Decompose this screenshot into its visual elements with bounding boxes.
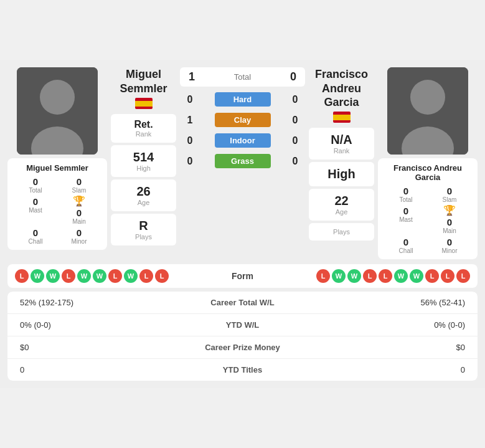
form-pill-w: W <box>332 269 346 283</box>
right-player-name-large: FranciscoAndreu Garcia <box>309 67 374 110</box>
stats-row-1: 0% (0-0)YTD W/L0% (0-0) <box>7 314 478 336</box>
right-form-pills: LWWLLWWLLL <box>286 269 471 283</box>
left-form-pills: LWWLWWLWLL <box>15 269 199 283</box>
right-player-photo <box>387 67 468 155</box>
form-pill-l: L <box>108 269 122 283</box>
form-pill-l: L <box>62 269 75 283</box>
left-age-label: Age <box>117 199 170 206</box>
right-minor-cell: 0 Minor <box>428 237 471 254</box>
stats-center-1: YTD W/L <box>181 320 305 330</box>
right-age-box: 22 Age <box>309 189 374 221</box>
indoor-left-score: 0 <box>184 135 196 146</box>
right-main-lbl: Main <box>428 227 471 234</box>
clay-left-score: 1 <box>184 115 196 126</box>
left-total-cell: 0 Total <box>14 176 57 194</box>
left-slam-lbl: Slam <box>57 187 101 194</box>
left-plays-label: Plays <box>117 233 170 241</box>
left-chall-val: 0 <box>14 227 57 238</box>
form-pill-l: L <box>425 269 439 283</box>
left-player-name-large: MiguelSemmler <box>111 67 176 95</box>
surface-indoor-row: 0 Indoor 0 <box>180 130 305 151</box>
right-minor-val: 0 <box>428 237 471 247</box>
form-pill-w: W <box>46 269 60 283</box>
clay-right-score: 0 <box>289 115 301 126</box>
left-high-box: 514 High <box>111 145 176 177</box>
svg-point-1 <box>40 80 75 115</box>
hard-left-score: 0 <box>184 94 196 105</box>
right-plays-label: Plays <box>315 228 368 236</box>
form-pill-w: W <box>31 269 44 283</box>
stats-left-2: $0 <box>20 343 181 352</box>
right-high-val: High <box>315 167 368 181</box>
svg-point-4 <box>410 80 445 115</box>
stats-left-3: 0 <box>20 365 181 374</box>
left-slam-val: 0 <box>57 176 101 187</box>
total-header: 1 Total 0 <box>180 67 305 87</box>
clay-button[interactable]: Clay <box>215 113 271 127</box>
left-plays-val: R <box>117 219 170 233</box>
form-pill-w: W <box>394 269 408 283</box>
stats-row-0: 52% (192-175)Career Total W/L56% (52-41) <box>7 292 478 314</box>
right-high-box: High <box>309 162 374 186</box>
surface-hard-row: 0 Hard 0 <box>180 89 305 110</box>
right-chall-val: 0 <box>384 237 428 247</box>
left-mast-cell: 0 Mast <box>14 196 57 225</box>
grass-button[interactable]: Grass <box>215 154 271 168</box>
right-total-val: 0 <box>384 186 428 196</box>
left-slam-cell: 0 Slam <box>57 176 101 194</box>
right-age-val: 22 <box>315 194 368 208</box>
left-rank-box: Ret. Rank <box>111 114 176 143</box>
surface-clay-row: 1 Clay 0 <box>180 110 305 130</box>
form-pill-w: W <box>410 269 423 283</box>
form-pill-l: L <box>15 269 29 283</box>
left-player-col: Miguel Semmler 0 Total 0 Slam 0 Mast <box>7 67 107 259</box>
stats-right-1: 0% (0-0) <box>305 320 466 330</box>
stats-center-2: Career Prize Money <box>181 343 305 352</box>
left-age-box: 26 Age <box>111 179 176 211</box>
stats-right-0: 56% (52-41) <box>305 298 466 307</box>
right-rank-box: N/A Rank <box>309 128 374 160</box>
stats-right-2: $0 <box>305 343 466 352</box>
right-player-name: Francisco Andreu Garcia <box>384 163 471 182</box>
left-total-lbl: Total <box>14 187 57 194</box>
left-total-val: 0 <box>14 176 57 187</box>
right-age-label: Age <box>315 208 368 216</box>
form-pill-l: L <box>155 269 169 283</box>
left-trophy-icon: 🏆 <box>73 195 85 207</box>
right-player-stats-card: Francisco Andreu Garcia 0 Total 0 Slam 0… <box>378 158 478 259</box>
right-plays-box: Plays <box>309 223 374 241</box>
stats-row-2: $0Career Prize Money$0 <box>7 336 478 359</box>
stats-center-0: Career Total W/L <box>181 298 305 307</box>
grass-left-score: 0 <box>184 156 196 167</box>
stats-center-3: YTD Titles <box>181 365 305 374</box>
left-rank-label: Rank <box>117 130 170 138</box>
left-main-val: 0 <box>57 207 101 218</box>
left-player-header: MiguelSemmler <box>111 67 176 109</box>
left-high-val: 514 <box>117 150 170 164</box>
stats-left-0: 52% (192-175) <box>20 298 181 307</box>
indoor-button[interactable]: Indoor <box>215 133 271 148</box>
right-total-cell: 0 Total <box>384 186 428 203</box>
left-age-val: 26 <box>117 184 170 199</box>
right-stats-grid: 0 Total 0 Slam 0 Mast 🏆 0 Main <box>384 186 471 254</box>
form-pill-l: L <box>316 269 330 283</box>
right-chall-cell: 0 Chall <box>384 237 428 254</box>
hard-button[interactable]: Hard <box>215 92 271 107</box>
stats-left-1: 0% (0-0) <box>20 320 181 330</box>
right-total-lbl: Total <box>384 196 428 203</box>
left-chall-cell: 0 Chall <box>14 227 57 245</box>
right-player-header: FranciscoAndreu Garcia <box>309 67 374 123</box>
left-player-stats-card: Miguel Semmler 0 Total 0 Slam 0 Mast <box>7 158 107 250</box>
right-chall-lbl: Chall <box>384 247 428 254</box>
form-pill-l: L <box>363 269 377 283</box>
right-slam-cell: 0 Slam <box>428 186 471 203</box>
grass-right-score: 0 <box>289 156 301 167</box>
total-left-score: 1 <box>189 70 195 83</box>
page: Miguel Semmler 0 Total 0 Slam 0 Mast <box>0 60 485 388</box>
right-slam-lbl: Slam <box>428 196 471 203</box>
surfaces-col: 1 Total 0 0 Hard 0 1 Clay 0 0 Indoor <box>180 67 305 259</box>
indoor-right-score: 0 <box>289 135 301 146</box>
left-minor-cell: 0 Minor <box>57 227 101 245</box>
stats-section: 52% (192-175)Career Total W/L56% (52-41)… <box>7 292 478 381</box>
left-high-label: High <box>117 164 170 172</box>
